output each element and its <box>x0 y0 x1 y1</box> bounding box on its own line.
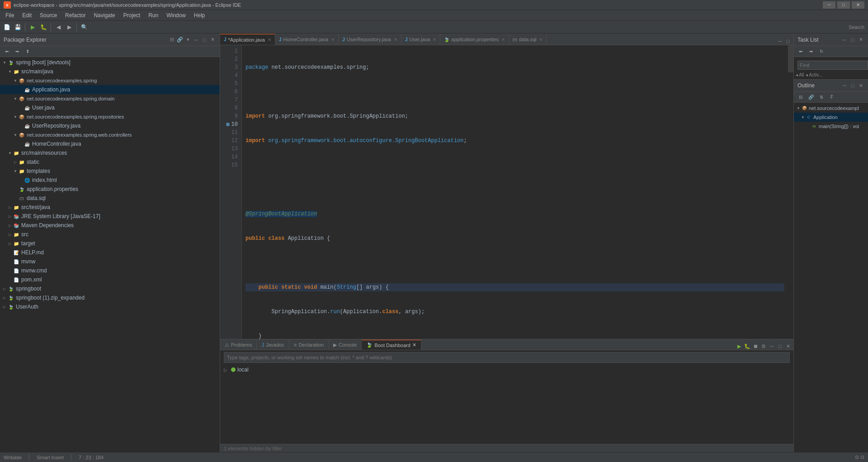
outline-main-method[interactable]: m main(String[]) : voi <box>794 122 868 131</box>
tab-javadoc[interactable]: J Javadoc <box>257 340 289 350</box>
tree-item-jre[interactable]: ▷ 📚 JRE System Library [JavaSE-17] <box>0 212 220 221</box>
tab-user[interactable]: J User.java ✕ <box>401 34 440 45</box>
forward-nav-icon[interactable]: ➡ <box>12 47 22 57</box>
tree-item-app-props[interactable]: 🍃 application.properties <box>0 185 220 194</box>
minimize-button[interactable]: ─ <box>823 1 835 9</box>
maximize-bottom-icon[interactable]: □ <box>776 343 783 350</box>
close-panel-icon[interactable]: ✕ <box>209 36 216 43</box>
tree-item-pom[interactable]: 📄 pom.xml <box>0 275 220 284</box>
tree-item-mvnw[interactable]: 📄 mvnw <box>0 257 220 266</box>
task-filter-activ[interactable]: ◂ Activ... <box>806 72 822 77</box>
tab-homecontroller[interactable]: J HomeController.java ✕ <box>275 34 339 45</box>
task-refresh-icon[interactable]: ↻ <box>816 47 826 57</box>
tree-item-src-main-resources[interactable]: ▼ 📁 src/main/resources <box>0 148 220 157</box>
editor-scrollbar[interactable] <box>788 45 793 339</box>
tab-application-java[interactable]: J *Application.java ✕ <box>220 34 275 45</box>
outline-hide-fields-icon[interactable]: F <box>827 92 837 102</box>
tree-item-net-web[interactable]: ▼ 📦 net.sourcecodeexamples.spring.web.co… <box>0 130 220 139</box>
up-icon[interactable]: ⬆ <box>23 47 33 57</box>
task-minimize-icon[interactable]: ─ <box>841 36 848 43</box>
tree-item-static[interactable]: ▷ 📁 static <box>0 157 220 167</box>
tree-item-index-html[interactable]: 🌐 index.html <box>0 176 220 185</box>
outline-minimize-icon[interactable]: ─ <box>841 82 848 89</box>
menu-run[interactable]: Run <box>145 11 162 19</box>
menu-source[interactable]: Source <box>36 11 61 19</box>
tab-close-application[interactable]: ✕ <box>268 37 271 42</box>
tree-item-user[interactable]: ☕ User.java <box>0 103 220 112</box>
tree-item-src-test[interactable]: ▷ 📁 src/test/java <box>0 203 220 212</box>
menu-refactor[interactable]: Refactor <box>61 11 89 19</box>
tab-declaration[interactable]: ≡ Declaration <box>289 340 329 350</box>
tab-close-homecontroller[interactable]: ✕ <box>331 37 335 42</box>
boot-local-item[interactable]: ▷ local <box>224 365 790 375</box>
tab-console[interactable]: ▶ Console <box>329 340 362 350</box>
tree-item-net-repositories[interactable]: ▼ 📦 net.sourcecodeexamples.spring.reposi… <box>0 112 220 121</box>
tree-item-mvnw-cmd[interactable]: 📄 mvnw.cmd <box>0 266 220 275</box>
tree-item-userauth[interactable]: ▷ 🍃 UserAuth <box>0 302 220 311</box>
task-back-icon[interactable]: ⬅ <box>796 47 806 57</box>
tab-userrepository[interactable]: J UserRepository.java ✕ <box>339 34 401 45</box>
tab-close-appprops[interactable]: ✕ <box>501 37 505 42</box>
tree-item-userrepository[interactable]: ☕ UserRepository.java <box>0 121 220 130</box>
minimize-panel-icon[interactable]: ─ <box>193 36 200 43</box>
minimize-editor-icon[interactable]: ─ <box>776 38 783 45</box>
back-button[interactable]: ◀ <box>53 22 63 32</box>
collapse-all-icon[interactable]: ⊟ <box>168 36 175 43</box>
task-close-icon[interactable]: ✕ <box>857 36 864 43</box>
bottom-settings-icon[interactable]: ⚙ <box>760 343 767 350</box>
tab-close-userrepository[interactable]: ✕ <box>394 37 397 42</box>
tree-item-springboot-zip[interactable]: ▷ 🍃 springboot (1).zip_expanded <box>0 293 220 302</box>
maximize-button[interactable]: □ <box>837 1 850 9</box>
tree-item-application[interactable]: ☕ Application.java <box>0 85 220 94</box>
tree-item-target[interactable]: ▷ 📁 target <box>0 239 220 248</box>
outline-collapse-all-icon[interactable]: ⊟ <box>796 92 806 102</box>
tree-item-help-md[interactable]: 📝 HELP.md <box>0 248 220 257</box>
bottom-run-icon[interactable]: ▶ <box>736 343 743 350</box>
new-button[interactable]: 📄 <box>2 22 12 32</box>
outline-application-class[interactable]: ▼ C Application <box>794 113 868 122</box>
tree-item-src-main-java[interactable]: ▼ 📁 src/main/java <box>0 67 220 76</box>
back-nav-icon[interactable]: ⬅ <box>2 47 12 57</box>
bottom-stop-icon[interactable]: ⏹ <box>752 343 759 350</box>
run-button[interactable]: ▶ <box>28 22 38 32</box>
task-list-search-input[interactable] <box>797 61 868 70</box>
search-button[interactable]: 🔍 <box>79 22 89 32</box>
outline-sort-icon[interactable]: ⇅ <box>816 92 826 102</box>
maximize-panel-icon[interactable]: □ <box>201 36 208 43</box>
menu-window[interactable]: Window <box>163 11 189 19</box>
link-with-editor-icon[interactable]: 🔗 <box>176 36 184 43</box>
view-menu-icon[interactable]: ▾ <box>184 36 192 43</box>
tree-item-maven[interactable]: ▷ 📚 Maven Dependencies <box>0 221 220 230</box>
tree-item-springboot[interactable]: ▷ 🍃 springboot <box>0 284 220 293</box>
tab-app-props[interactable]: 🍃 application.properties ✕ <box>440 34 509 45</box>
tab-close-user[interactable]: ✕ <box>433 37 436 42</box>
tab-close-datasql[interactable]: ✕ <box>539 37 542 42</box>
tree-item-src-folder[interactable]: ▷ 📁 src <box>0 230 220 239</box>
code-editor[interactable]: package net.sourcecodeexamples.spring; i… <box>242 45 788 339</box>
tree-item-homecontroller[interactable]: ☕ HomeController.java <box>0 139 220 148</box>
menu-navigate[interactable]: Navigate <box>90 11 118 19</box>
save-button[interactable]: 💾 <box>13 22 23 32</box>
menu-edit[interactable]: Edit <box>19 11 35 19</box>
outline-package[interactable]: ▼ 📦 net.sourcecodeexampl <box>794 104 868 113</box>
tab-boot-close[interactable]: ✕ <box>412 342 416 348</box>
tab-data-sql[interactable]: 🗃 data.sql ✕ <box>509 34 547 45</box>
task-filter-all[interactable]: ◂ All <box>796 72 804 77</box>
outline-maximize-icon[interactable]: □ <box>849 82 856 89</box>
task-maximize-icon[interactable]: □ <box>849 36 856 43</box>
debug-button[interactable]: 🐛 <box>38 22 48 32</box>
tree-item-data-sql[interactable]: 🗃 data.sql <box>0 194 220 203</box>
tab-boot-dashboard[interactable]: 🍃 Boot Dashboard ✕ <box>362 340 421 350</box>
tree-item-net-domain[interactable]: ▼ 📦 net.sourcecodeexamples.spring.domain <box>0 94 220 103</box>
close-button[interactable]: ✕ <box>852 1 864 9</box>
outline-link-icon[interactable]: 🔗 <box>806 92 816 102</box>
close-bottom-icon[interactable]: ✕ <box>784 343 792 350</box>
task-forward-icon[interactable]: ➡ <box>806 47 816 57</box>
tab-problems[interactable]: ⚠ Problems <box>220 340 257 350</box>
forward-button[interactable]: ▶ <box>64 22 74 32</box>
tree-item-net-spring[interactable]: ▼ 📦 net.sourcecodeexamples.spring <box>0 76 220 85</box>
menu-help[interactable]: Help <box>190 11 209 19</box>
maximize-editor-icon[interactable]: □ <box>784 38 792 45</box>
menu-file[interactable]: File <box>2 11 18 19</box>
tree-item-templates[interactable]: ▼ 📁 templates <box>0 167 220 176</box>
